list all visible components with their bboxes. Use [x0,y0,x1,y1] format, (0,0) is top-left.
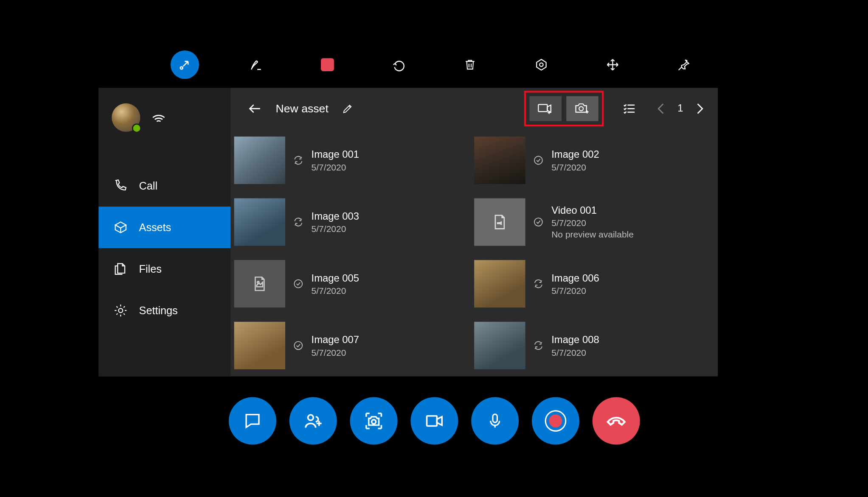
svg-point-2 [539,63,543,66]
take-photo-button[interactable] [566,96,598,121]
sidebar-label: Settings [139,304,178,317]
sync-icon [292,155,304,165]
svg-point-9 [294,280,302,288]
sidebar-item-call[interactable]: Call [98,165,230,207]
asset-thumbnail [234,322,285,369]
capture-highlight-box [524,91,604,126]
mic-button[interactable] [471,397,519,445]
move-button[interactable] [598,50,626,79]
sync-icon [532,279,544,289]
capture-button[interactable] [350,397,397,445]
check-icon [532,217,544,227]
asset-thumbnail-placeholder [474,198,525,246]
page-title: New asset [276,102,329,115]
sidebar-item-assets[interactable]: Assets [98,207,230,248]
record-video-button[interactable] [529,96,562,121]
svg-point-5 [579,106,583,111]
asset-item[interactable]: Image 002 5/7/2020 [474,132,714,189]
svg-point-8 [257,282,259,283]
record-button[interactable] [531,397,579,445]
check-icon [532,155,544,165]
add-people-button[interactable] [289,397,337,445]
sync-icon [292,217,304,227]
asset-thumbnail [234,137,285,184]
content-area: New asset 1 [230,88,718,376]
sidebar: Call Assets Files Settings [98,88,230,376]
page-prev-button[interactable] [655,103,667,114]
sidebar-label: Files [139,263,162,275]
asset-thumbnail [474,260,525,307]
asset-item[interactable]: Image 008 5/7/2020 [474,317,714,374]
box-icon [113,220,128,235]
asset-date: 5/7/2020 [551,162,599,172]
svg-point-11 [308,415,313,420]
asset-title: Image 003 [312,210,359,222]
ink-button[interactable] [242,50,270,79]
asset-title: Image 006 [551,272,599,284]
asset-title: Image 002 [551,149,599,161]
presence-indicator [132,123,141,133]
profile-row[interactable] [98,98,230,137]
asset-date: 5/7/2020 [312,162,359,172]
svg-rect-14 [492,414,497,422]
pin-button[interactable] [669,50,698,79]
asset-date: 5/7/2020 [551,218,634,228]
page-number: 1 [675,103,685,114]
record-indicator [549,414,562,427]
undo-button[interactable] [384,50,413,79]
sidebar-label: Call [139,180,157,192]
asset-item[interactable]: Image 006 5/7/2020 [474,255,714,312]
asset-note: No preview available [551,229,634,239]
network-icon [151,110,166,125]
delete-button[interactable] [455,50,484,79]
svg-marker-1 [537,59,546,70]
video-button[interactable] [410,397,458,445]
asset-grid: Image 001 5/7/2020 Image 002 5/7/2020 Im… [230,129,718,376]
call-bar [0,397,868,445]
asset-thumbnail [474,137,525,184]
asset-thumbnail [234,198,285,246]
svg-point-3 [118,308,123,313]
pager: 1 [655,103,706,114]
asset-item[interactable]: Video 001 5/7/2020 No preview available [474,193,714,250]
asset-date: 5/7/2020 [312,223,359,234]
back-button[interactable] [246,101,264,116]
asset-date: 5/7/2020 [551,347,599,357]
color-swatch-red [320,58,334,71]
sidebar-item-files[interactable]: Files [98,248,230,290]
check-icon [292,279,304,289]
sidebar-item-settings[interactable]: Settings [98,290,230,331]
select-mode-button[interactable] [621,101,638,116]
asset-date: 5/7/2020 [551,285,599,296]
asset-title: Image 007 [312,334,359,346]
gear-icon [113,303,128,318]
main-panel: Call Assets Files Settings New asset [98,88,718,376]
asset-title: Image 008 [551,334,599,346]
collapse-arrow-button[interactable] [170,50,199,79]
phone-icon [113,178,128,193]
asset-date: 5/7/2020 [312,347,359,357]
annotation-toolbar [0,50,868,79]
asset-thumbnail [474,322,525,369]
asset-title: Image 005 [312,272,359,284]
asset-item[interactable]: Image 003 5/7/2020 [234,193,475,250]
edit-title-button[interactable] [342,103,354,114]
asset-date: 5/7/2020 [312,285,359,296]
avatar [112,103,140,132]
asset-item[interactable]: Image 007 5/7/2020 [234,317,475,374]
sidebar-label: Assets [139,221,171,234]
asset-title: Image 001 [312,149,359,161]
svg-point-7 [534,218,542,226]
color-button[interactable] [313,50,341,79]
asset-item[interactable]: Image 005 5/7/2020 [234,255,475,312]
asset-title: Video 001 [551,205,634,217]
asset-item[interactable]: Image 001 5/7/2020 [234,132,475,189]
asset-thumbnail-placeholder [234,260,285,307]
svg-point-0 [180,67,183,69]
svg-point-6 [534,156,542,165]
content-header: New asset 1 [230,88,718,129]
hangup-button[interactable] [592,397,640,445]
chat-button[interactable] [228,397,276,445]
shape-button[interactable] [527,50,555,79]
page-next-button[interactable] [694,103,706,114]
